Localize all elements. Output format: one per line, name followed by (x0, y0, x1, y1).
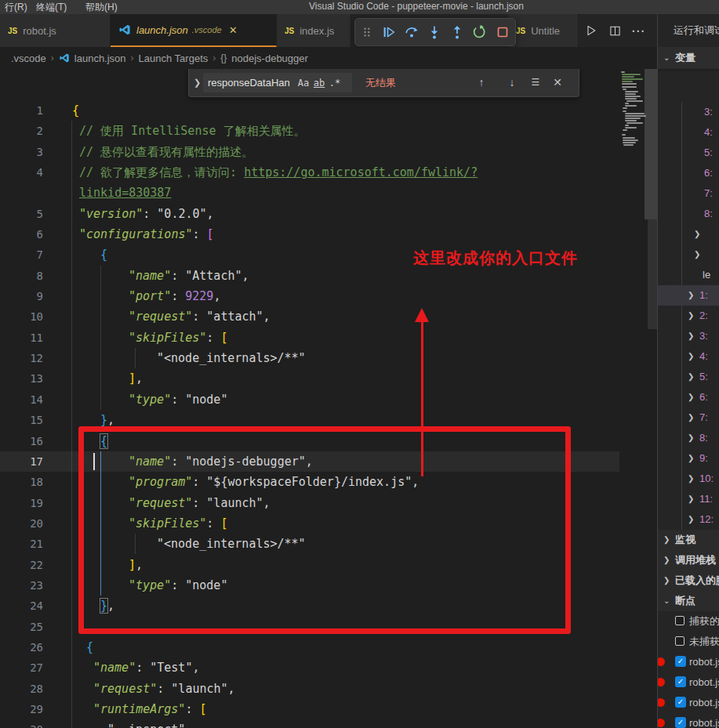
code-line[interactable]: 2// 使用 IntelliSense 了解相关属性。 (0, 121, 619, 141)
code-line[interactable]: linkid=830387 (0, 183, 619, 203)
code-line[interactable]: 4// 欲了解更多信息，请访问: https://go.microsoft.co… (0, 162, 619, 183)
breadcrumb-item-nodejs-debugger[interactable]: nodejs-debugger (231, 53, 308, 64)
toggle-replace-icon[interactable]: ❯ (194, 69, 201, 96)
line-number[interactable]: 21 (0, 534, 43, 554)
variable-row[interactable]: 5: (658, 143, 719, 163)
code-line[interactable]: 10"request": "attach", (0, 306, 619, 327)
breadcrumb-item-launch-targets[interactable]: Launch Targets (139, 53, 209, 64)
code-line[interactable]: 29"runtimeArgs": [ (0, 699, 619, 719)
code-editor[interactable]: 1{2// 使用 IntelliSense 了解相关属性。3// 悬停以查看现有… (0, 69, 657, 728)
line-number[interactable]: 16 (0, 431, 43, 451)
close-icon[interactable]: ✕ (548, 69, 567, 96)
breakpoint-row[interactable]: ✓robot.js (658, 652, 719, 672)
checkbox-checked[interactable]: ✓ (675, 717, 686, 728)
restart-icon[interactable] (472, 24, 488, 40)
line-number[interactable]: 6 (0, 224, 43, 244)
variable-row[interactable]: 4: (658, 122, 719, 143)
line-number[interactable]: 14 (0, 389, 43, 410)
code-line[interactable]: 30"--inspect" (0, 719, 619, 728)
scrollbar-slider[interactable] (645, 69, 657, 219)
line-number[interactable]: 8 (0, 266, 43, 286)
code-line[interactable]: 1{ (0, 100, 619, 121)
checkbox-checked[interactable]: ✓ (675, 697, 686, 708)
variable-row[interactable]: ❯9: (658, 448, 719, 469)
section-header-调用堆栈[interactable]: ❯调用堆栈 (658, 550, 719, 570)
line-number[interactable]: 3 (0, 142, 43, 162)
line-number[interactable]: 24 (0, 596, 43, 616)
variable-row[interactable]: ❯5: (658, 367, 719, 387)
line-number[interactable]: 5 (0, 204, 43, 224)
step-over-icon[interactable] (404, 24, 419, 40)
variable-row[interactable]: ❯7: (658, 407, 719, 428)
line-number[interactable]: 22 (0, 555, 43, 575)
variable-row[interactable]: 8: (658, 204, 719, 224)
code-line[interactable]: 14"type": "node" (0, 389, 619, 410)
more-actions-button[interactable]: ⋯ (627, 14, 649, 47)
code-line[interactable]: 26{ (0, 637, 619, 657)
variable-row[interactable]: ❯10: (658, 469, 719, 489)
line-number[interactable]: 27 (0, 657, 43, 678)
variable-row[interactable]: ❯ (658, 224, 719, 244)
variable-row[interactable]: ❯1: (658, 285, 719, 306)
editor-scrollbar[interactable] (645, 69, 657, 728)
variable-row[interactable]: 7: (658, 183, 719, 204)
grip-icon[interactable] (360, 24, 374, 40)
menu-run[interactable]: 行(R) (0, 0, 32, 14)
minimap[interactable] (619, 69, 645, 728)
line-number[interactable]: 15 (0, 410, 43, 430)
line-number[interactable]: 11 (0, 328, 43, 348)
line-number[interactable]: 23 (0, 575, 43, 596)
line-number[interactable]: 12 (0, 348, 43, 368)
line-number[interactable]: 28 (0, 679, 43, 699)
line-number[interactable]: 2 (0, 121, 43, 141)
line-number[interactable]: 30 (0, 719, 43, 728)
variables-section-header[interactable]: ⌄ 变量 (658, 47, 719, 69)
checkbox-unchecked[interactable] (675, 616, 685, 625)
menu-help[interactable]: 帮助(H) (81, 0, 122, 14)
run-button[interactable] (580, 14, 602, 47)
code-line[interactable]: 13], (0, 368, 619, 389)
breadcrumb-item-vscode[interactable]: .vscode (11, 53, 46, 64)
search-input[interactable]: responseDataHan Aa ab .* (203, 73, 352, 92)
line-number[interactable]: 29 (0, 699, 43, 719)
split-editor-button[interactable] (604, 14, 626, 47)
exception-filter-row[interactable]: 未捕获的异常 (658, 632, 719, 652)
code-line[interactable]: 6"configurations": [ (0, 224, 619, 244)
variable-row[interactable]: ❯11: (658, 489, 719, 509)
tab-untitled[interactable]: JS Untitle (508, 14, 579, 47)
line-number[interactable]: 9 (0, 286, 43, 306)
regex-icon[interactable]: .* (327, 78, 343, 89)
continue-icon[interactable] (381, 24, 397, 40)
tab-index-js[interactable]: JS index.js (277, 14, 351, 47)
stop-icon[interactable] (495, 24, 510, 40)
variable-row[interactable]: ❯3: (658, 326, 719, 346)
step-into-icon[interactable] (427, 24, 442, 40)
breakpoint-row[interactable]: ✓robot.js (658, 672, 719, 693)
variable-row[interactable]: ❯ (658, 244, 719, 265)
code-line[interactable]: 3// 悬停以查看现有属性的描述。 (0, 142, 619, 162)
next-match-icon[interactable]: ↓ (503, 69, 521, 96)
variable-row[interactable]: ❯4: (658, 346, 719, 367)
variable-row[interactable]: 3: (658, 102, 719, 122)
close-icon[interactable]: ✕ (229, 24, 238, 36)
line-number[interactable]: 7 (0, 244, 43, 265)
previous-match-icon[interactable]: ↑ (472, 69, 491, 96)
variable-row[interactable]: 6: (658, 163, 719, 183)
whole-word-icon[interactable]: ab (311, 78, 327, 89)
exception-filter-row[interactable]: 捕获的异常 (658, 611, 719, 632)
line-number[interactable]: 10 (0, 306, 43, 327)
tab-robot-js[interactable]: JS robot.js (0, 14, 111, 47)
line-number[interactable]: 20 (0, 513, 43, 534)
line-number[interactable]: 25 (0, 617, 43, 637)
variable-row[interactable]: ❯8: (658, 428, 719, 448)
breakpoint-row[interactable]: ✓robot.js (658, 713, 719, 728)
match-case-icon[interactable]: Aa (296, 78, 311, 89)
line-number[interactable]: 13 (0, 368, 43, 389)
line-number[interactable]: 19 (0, 493, 43, 513)
breakpoint-row[interactable]: ✓robot.js (658, 693, 719, 713)
code-line[interactable]: 9"port": 9229, (0, 286, 619, 306)
line-number[interactable]: 17 (0, 451, 43, 472)
line-number[interactable]: 1 (0, 100, 43, 121)
breadcrumb-item-launch-json[interactable]: launch.json (74, 53, 126, 64)
section-header-已载入的脚本[interactable]: ❯已载入的脚本 (658, 570, 719, 591)
